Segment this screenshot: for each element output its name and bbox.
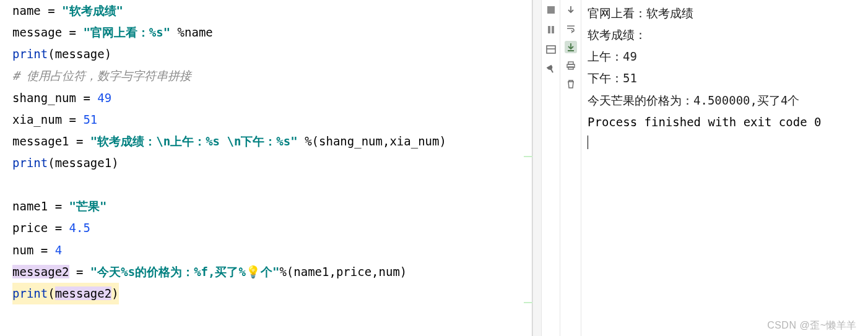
code-line: num = 4: [12, 239, 532, 261]
console-line: 上午：49: [588, 46, 862, 67]
console-line: 官网上看：软考成绩: [588, 2, 862, 24]
code-line: print(message1): [12, 152, 532, 174]
code-line: name1 = "芒果": [12, 196, 532, 217]
code-line: message2 = "今天%s的价格为：%f,买了%💡个"%(name1,pr…: [12, 261, 532, 283]
svg-rect-7: [568, 67, 573, 69]
tool-column-run: [560, 0, 581, 336]
code-line: print(message): [12, 43, 532, 65]
code-comment: # 使用占位符，数字与字符串拼接: [12, 65, 532, 87]
code-line: message1 = "软考成绩：\n上午：%s \n下午：%s" %(shan…: [12, 131, 532, 152]
console-pane[interactable]: 官网上看：软考成绩 软考成绩： 上午：49 下午：51 今天芒果的价格为：4.5…: [581, 0, 868, 336]
layout-icon[interactable]: [545, 43, 557, 56]
scroll-to-end-icon[interactable]: [565, 41, 577, 53]
trash-icon[interactable]: [565, 78, 577, 90]
pin-icon[interactable]: [545, 63, 557, 75]
editor-pane[interactable]: name = "软考成绩" message = "官网上看：%s" %name …: [0, 0, 532, 336]
tool-column-debug: [542, 0, 560, 336]
svg-rect-3: [547, 46, 555, 53]
code-line: name = "软考成绩": [12, 0, 532, 22]
console-line: 下午：51: [588, 67, 862, 89]
console-cursor: [588, 136, 588, 149]
svg-rect-0: [547, 6, 555, 14]
svg-rect-2: [552, 26, 554, 33]
stop-icon[interactable]: [545, 4, 557, 16]
bulb-icon[interactable]: 💡: [246, 265, 261, 278]
watermark: CSDN @歪~懒羊羊: [767, 319, 857, 332]
console-line: 今天芒果的价格为：4.500000,买了4个: [588, 90, 862, 111]
code-line-active: print(message2): [12, 283, 119, 304]
code-line: price = 4.5: [12, 217, 532, 239]
console-line: 软考成绩：: [588, 24, 862, 46]
process-exit-line: Process finished with exit code 0: [588, 111, 862, 133]
code-line: shang_num = 49: [12, 87, 532, 109]
print-icon[interactable]: [565, 59, 577, 72]
code-line: message = "官网上看：%s" %name: [12, 22, 532, 43]
pause-icon[interactable]: [545, 24, 557, 36]
svg-rect-1: [548, 26, 550, 33]
arrow-down-icon[interactable]: [565, 4, 577, 16]
wrap-icon[interactable]: [565, 22, 577, 35]
code-line: xia_num = 51: [12, 109, 532, 131]
ide-root: name = "软考成绩" message = "官网上看：%s" %name …: [0, 0, 868, 336]
code-blank: [12, 174, 532, 196]
editor-scrollbar[interactable]: [532, 0, 542, 336]
